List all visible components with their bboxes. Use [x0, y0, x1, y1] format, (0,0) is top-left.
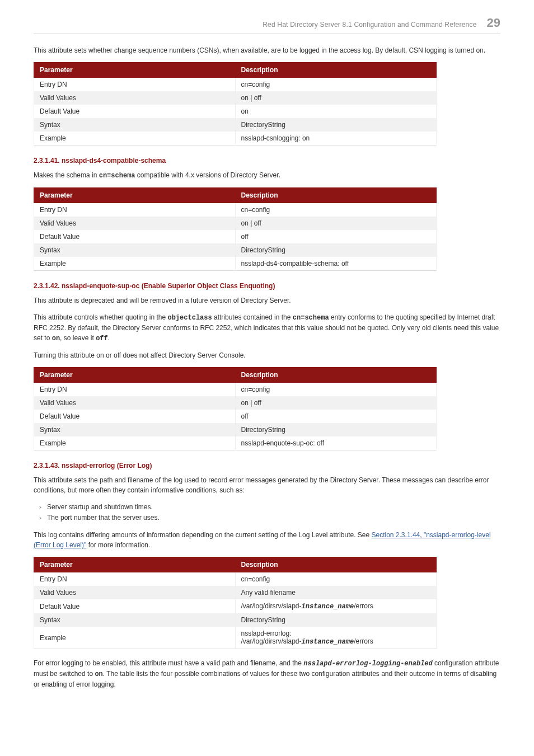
cell: DirectoryString: [235, 243, 437, 257]
page-header: Red Hat Directory Server 8.1 Configurati…: [34, 16, 500, 34]
cell: /var/log/dirsrv/slapd-instance_name/erro…: [235, 599, 437, 613]
cell: Default Value: [34, 230, 236, 243]
cell: Any valid filename: [235, 586, 437, 599]
table-enquote-sup-oc: Parameter Description Entry DNcn=config …: [34, 367, 437, 450]
table-errorlog: Parameter Description Entry DNcn=config …: [34, 557, 437, 649]
text: For error logging to be enabled, this at…: [34, 659, 303, 667]
text: This attribute controls whether quoting …: [34, 313, 167, 321]
cell: nsslapd-errorlog: /var/log/dirsrv/slapd-…: [235, 627, 437, 649]
text: , so leave it: [60, 334, 96, 342]
cell: Syntax: [34, 423, 236, 436]
page-container: Red Hat Directory Server 8.1 Configurati…: [0, 0, 534, 756]
cell: Entry DN: [34, 203, 236, 217]
italic-code: instance_name: [302, 638, 354, 646]
text: .: [108, 334, 110, 342]
col-parameter: Parameter: [34, 368, 236, 383]
header-book-title: Red Hat Directory Server 8.1 Configurati…: [263, 21, 476, 29]
s43-para1: This attribute sets the path and filenam…: [34, 475, 500, 495]
code: on: [52, 335, 60, 342]
text: /errors: [354, 602, 373, 610]
col-description: Description: [235, 557, 437, 572]
text: Makes the schema in: [34, 171, 99, 179]
intro-paragraph: This attribute sets whether change seque…: [34, 45, 500, 55]
text: for more information.: [86, 541, 150, 549]
cell: nsslapd-enquote-sup-oc: off: [235, 436, 437, 450]
cell: DirectoryString: [235, 118, 437, 132]
cell: Valid Values: [34, 217, 236, 230]
cell: cn=config: [235, 203, 437, 217]
col-parameter: Parameter: [34, 557, 236, 572]
cell: off: [235, 410, 437, 423]
cell: Default Value: [34, 410, 236, 423]
italic-code: nsslapd-errorlog-logging-enabled: [303, 660, 432, 668]
cell: off: [235, 230, 437, 243]
list-item: Server startup and shutdown times.: [47, 502, 500, 513]
cell: Example: [34, 436, 236, 450]
code: cn=schema: [99, 172, 135, 180]
section-heading-41: 2.3.1.41. nsslapd-ds4-compatible-schema: [34, 157, 500, 165]
cell: Valid Values: [34, 91, 236, 105]
code: cn=schema: [293, 314, 329, 322]
cell: cn=config: [235, 78, 437, 92]
s41-paragraph: Makes the schema in cn=schema compatible…: [34, 170, 500, 181]
code: on: [95, 670, 102, 678]
text: /var/log/dirsrv/slapd-: [241, 637, 302, 645]
cell: Syntax: [34, 243, 236, 257]
s43-bullet-list: Server startup and shutdown times. The p…: [34, 502, 500, 523]
cell: on | off: [235, 217, 437, 230]
code: objectclass: [167, 314, 212, 322]
cell: Entry DN: [34, 383, 236, 397]
list-item: The port number that the server uses.: [47, 513, 500, 523]
col-description: Description: [235, 63, 437, 78]
col-parameter: Parameter: [34, 188, 236, 203]
cell: Default Value: [34, 105, 236, 118]
cell: on | off: [235, 396, 437, 410]
col-parameter: Parameter: [34, 63, 236, 78]
text: /errors: [354, 637, 373, 645]
s43-para2: This log contains differing amounts of i…: [34, 530, 500, 550]
cell: on | off: [235, 91, 437, 105]
code: off: [96, 335, 108, 342]
section-heading-43: 2.3.1.43. nsslapd-errorlog (Error Log): [34, 462, 500, 469]
cell: DirectoryString: [235, 423, 437, 436]
cell: cn=config: [235, 572, 437, 586]
final-paragraph: For error logging to be enabled, this at…: [34, 658, 500, 689]
page-number: 29: [487, 16, 500, 30]
cell: Syntax: [34, 118, 236, 132]
cell: Example: [34, 132, 236, 145]
cell: Example: [34, 627, 236, 649]
col-description: Description: [235, 368, 437, 383]
cell: Valid Values: [34, 586, 236, 599]
cell: Entry DN: [34, 572, 236, 586]
cell: Entry DN: [34, 78, 236, 92]
table-ds4-compatible: Parameter Description Entry DNcn=config …: [34, 187, 437, 271]
italic-code: instance_name: [302, 603, 354, 611]
text: nsslapd-errorlog:: [241, 630, 292, 637]
s42-para3: Turning this attribute on or off does no…: [34, 350, 500, 360]
text: attributes contained in the: [212, 313, 293, 321]
table-csnlogging: Parameter Description Entry DNcn=config …: [34, 62, 437, 145]
cell: Example: [34, 257, 236, 271]
text: compatible with 4.x versions of Director…: [135, 171, 280, 179]
cell: Valid Values: [34, 396, 236, 410]
section-heading-42: 2.3.1.42. nsslapd-enquote-sup-oc (Enable…: [34, 282, 500, 290]
cell: DirectoryString: [235, 613, 437, 627]
cell: Syntax: [34, 613, 236, 627]
s42-para1: This attribute is deprecated and will be…: [34, 295, 500, 306]
text: This log contains differing amounts of i…: [34, 531, 372, 539]
s42-para2: This attribute controls whether quoting …: [34, 312, 500, 344]
text: . The table lists the four possible comb…: [34, 670, 496, 688]
cell: nsslapd-csnlogging: on: [235, 132, 437, 145]
col-description: Description: [235, 188, 437, 203]
cell: on: [235, 105, 437, 118]
cell: nsslapd-ds4-compatible-schema: off: [235, 257, 437, 271]
cell: Default Value: [34, 599, 236, 613]
text: /var/log/dirsrv/slapd-: [241, 602, 302, 610]
cell: cn=config: [235, 383, 437, 397]
